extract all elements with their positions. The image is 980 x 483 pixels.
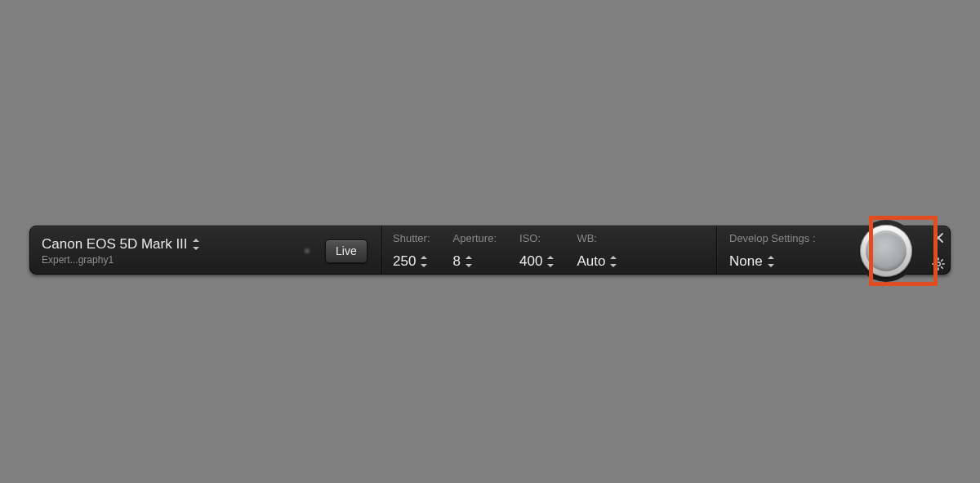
svg-line-7 [934, 267, 936, 269]
updown-icon [547, 256, 554, 267]
iso-control[interactable]: ISO: 400 [519, 232, 554, 270]
status-dot-icon [304, 248, 310, 254]
svg-point-0 [937, 262, 941, 266]
develop-settings-label: Develop Settings : [729, 232, 816, 244]
updown-icon [768, 256, 774, 267]
status-group: Live [304, 226, 368, 275]
updown-icon [421, 256, 427, 267]
live-button[interactable]: Live [325, 239, 368, 263]
iso-value: 400 [519, 253, 542, 270]
develop-settings-control[interactable]: Develop Settings : None [729, 232, 816, 270]
exposure-settings: Shutter: 250 Aperture: 8 ISO: 400 WB: Au… [393, 232, 617, 270]
shutter-label: Shutter: [393, 232, 430, 244]
divider [716, 226, 717, 274]
updown-icon [610, 256, 617, 267]
close-icon[interactable] [932, 231, 947, 246]
shutter-release-button[interactable] [855, 220, 917, 282]
svg-line-8 [942, 260, 943, 262]
camera-name: Canon EOS 5D Mark III [42, 236, 188, 253]
aperture-control[interactable]: Aperture: 8 [453, 232, 497, 270]
wb-control[interactable]: WB: Auto [577, 232, 617, 270]
shutter-control[interactable]: Shutter: 250 [393, 232, 430, 270]
updown-icon [193, 239, 199, 250]
tether-capture-bar: Canon EOS 5D Mark III Expert...graphy1 L… [29, 226, 951, 275]
svg-line-6 [942, 267, 943, 269]
camera-selector[interactable]: Canon EOS 5D Mark III Expert...graphy1 [42, 231, 199, 271]
gear-icon[interactable] [932, 257, 947, 272]
iso-label: ISO: [519, 232, 554, 244]
divider [381, 226, 382, 274]
wb-label: WB: [577, 232, 617, 244]
aperture-label: Aperture: [453, 232, 497, 244]
develop-settings-value: None [729, 253, 763, 270]
shutter-value: 250 [393, 253, 416, 270]
updown-icon [466, 256, 472, 267]
aperture-value: 8 [453, 253, 461, 270]
session-name: Expert...graphy1 [42, 254, 199, 266]
wb-value: Auto [577, 253, 605, 270]
svg-line-5 [934, 260, 936, 262]
